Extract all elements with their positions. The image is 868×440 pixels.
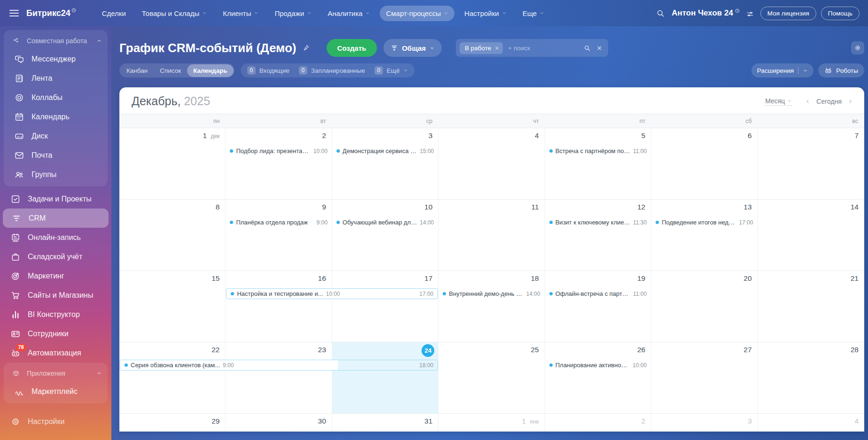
sidebar-item-mail[interactable]: Почта [6,146,106,165]
nav-item-goods-warehouses[interactable]: Товары и Склады [136,6,213,21]
day-cell[interactable]: 29 [119,414,226,432]
sidebar-item-marketplace[interactable]: Маркетплейс [6,382,106,401]
counter-planned[interactable]: 0 Запланированные [299,66,365,75]
sidebar-item-messenger[interactable]: Мессенджер [6,49,106,69]
day-cell[interactable]: 3 [651,414,758,432]
help-button[interactable]: Помощь [821,7,860,20]
search-icon[interactable] [656,9,665,18]
day-cell[interactable]: 6 [651,128,758,199]
sidebar-item-inventory[interactable]: Складской учёт [2,247,109,266]
day-cell[interactable]: 24 [332,342,438,413]
day-cell[interactable]: 11 [438,200,545,270]
nav-item-smart-processes[interactable]: Смарт-процессы [380,6,454,21]
calendar-event[interactable]: Встреча с партнёром по инт... 11:00 [545,146,651,156]
day-cell[interactable]: 4 [758,414,864,432]
sidebar-section-apps[interactable]: Приложения [4,365,108,382]
hamburger-menu-icon[interactable] [9,10,19,16]
extensions-button[interactable]: Расширения [751,63,814,77]
sidebar-item-marketing[interactable]: Маркетинг [2,266,109,286]
day-cell[interactable]: 2 [545,414,651,432]
day-cell[interactable]: 23 [226,342,332,413]
day-cell[interactable]: 12 [545,200,651,270]
nav-item-more[interactable]: Еще [516,6,551,21]
day-cell[interactable]: 1 дек [119,128,226,199]
app-logo[interactable]: Битрикс24 [26,8,76,18]
calendar-event[interactable]: Подбор лида: презентация п... 10:00 [226,146,332,156]
sidebar-item-tasks[interactable]: Задачи и Проекты [2,189,109,208]
day-cell[interactable]: 15 [119,271,226,342]
sidebar-item-feed[interactable]: Лента [6,69,106,88]
day-cell[interactable]: 22 [119,342,226,413]
day-cell[interactable]: 30 [226,414,332,432]
sidebar-item-sites-stores[interactable]: Сайты и Магазины [2,286,109,305]
day-cell[interactable]: 18 [438,271,545,342]
day-cell[interactable]: 27 [651,342,758,413]
tune-icon[interactable] [746,10,754,18]
nav-item-settings[interactable]: Настройки [458,6,513,21]
counter-incoming[interactable]: 0 Входящие [247,66,289,75]
user-menu[interactable]: Антон Чехов 24 [672,8,740,18]
sidebar-item-crm[interactable]: CRM [3,208,109,228]
filter-search-bar[interactable]: В работе + поиск [456,39,608,57]
day-cell[interactable]: 13 [651,200,758,270]
day-cell[interactable]: 3 [332,128,438,199]
tab-list[interactable]: Список [154,64,187,77]
day-cell[interactable]: 26 [545,342,651,413]
tab-kanban[interactable]: Канбан [120,64,154,77]
clear-search-icon[interactable] [596,45,602,51]
sidebar-item-automation[interactable]: 78 Автоматизация [2,343,109,363]
search-input[interactable]: + поиск [508,45,584,52]
robots-button[interactable]: Роботы [818,63,864,77]
calendar-event[interactable]: Планирование активности н... 10:00 [545,360,651,370]
next-month-icon[interactable] [847,99,853,104]
sidebar-item-booking[interactable]: Онлайн-запись [2,228,109,247]
day-cell[interactable]: 7 [758,128,864,199]
day-cell[interactable]: 8 [119,200,226,270]
calendar-event[interactable]: Офлайн-встреча с партнёра... 11:00 [545,289,651,299]
day-cell[interactable]: 31 [332,414,438,432]
sidebar-item-groups[interactable]: Группы [6,165,106,184]
filter-tag[interactable]: В работе [460,42,503,54]
calendar-event[interactable]: Визит к ключевому клиенту 11:30 [545,217,651,227]
sidebar-item-collabs[interactable]: Коллабы [6,88,106,107]
chevron-up-icon[interactable] [96,38,102,44]
sidebar-item-bi-builder[interactable]: BI Конструктор [2,305,109,324]
calendar-multiday-event[interactable]: Настройка и тестирование и...10:0017:00 [226,288,438,299]
day-cell[interactable]: 1 янв [438,414,545,432]
chevron-down-icon[interactable] [803,68,808,73]
day-cell[interactable]: 17 [332,271,438,342]
calendar-multiday-event[interactable]: Серия обзвона клиентов (кам...9:0018:00 [120,360,438,371]
multiday-event-segment[interactable]: Серия обзвона клиентов (кам...9:00 [120,360,238,370]
day-cell[interactable]: 4 [438,128,545,199]
multiday-event-segment[interactable]: 18:00 [338,360,438,370]
counter-more[interactable]: 0 Ещё [375,66,408,75]
previous-month-icon[interactable] [805,99,811,104]
view-mode-selector[interactable]: Месяц [765,97,792,106]
day-cell[interactable]: 9 [226,200,332,270]
nav-item-deals[interactable]: Сделки [96,6,132,21]
funnel-selector[interactable]: Общая [383,39,442,57]
license-button[interactable]: Моя лицензия [760,7,816,20]
day-cell[interactable]: 20 [651,271,758,342]
calendar-event[interactable]: Внутренний демо-день по н... 14:00 [438,289,545,299]
nav-item-analytics[interactable]: Аналитика [321,6,376,21]
multiday-event-segment[interactable]: 17:00 [344,289,438,299]
tab-calendar[interactable]: Календарь [187,64,234,77]
day-cell[interactable]: 19 [545,271,651,342]
sidebar-item-disk[interactable]: Диск [6,126,106,146]
calendar-event[interactable]: Планёрка отдела продаж 9:00 [226,217,332,227]
sidebar-item-calendar[interactable]: Календарь [6,107,106,126]
day-cell[interactable]: 21 [758,271,864,342]
day-cell[interactable]: 28 [758,342,864,413]
calendar-event[interactable]: Подведение итогов недели 17:00 [651,217,758,227]
nav-item-clients[interactable]: Клиенты [217,6,265,21]
pin-icon[interactable] [302,44,310,52]
nav-item-sales[interactable]: Продажи [268,6,318,21]
sidebar-section-collaboration[interactable]: Совместная работа [4,32,108,49]
calendar-event[interactable]: Обучающий вебинар для кл... 14:00 [332,217,438,227]
remove-filter-icon[interactable] [494,46,500,51]
day-cell[interactable]: 14 [758,200,864,270]
search-icon[interactable] [584,45,591,52]
day-cell[interactable]: 10 [332,200,438,270]
chevron-up-icon[interactable] [96,371,102,376]
